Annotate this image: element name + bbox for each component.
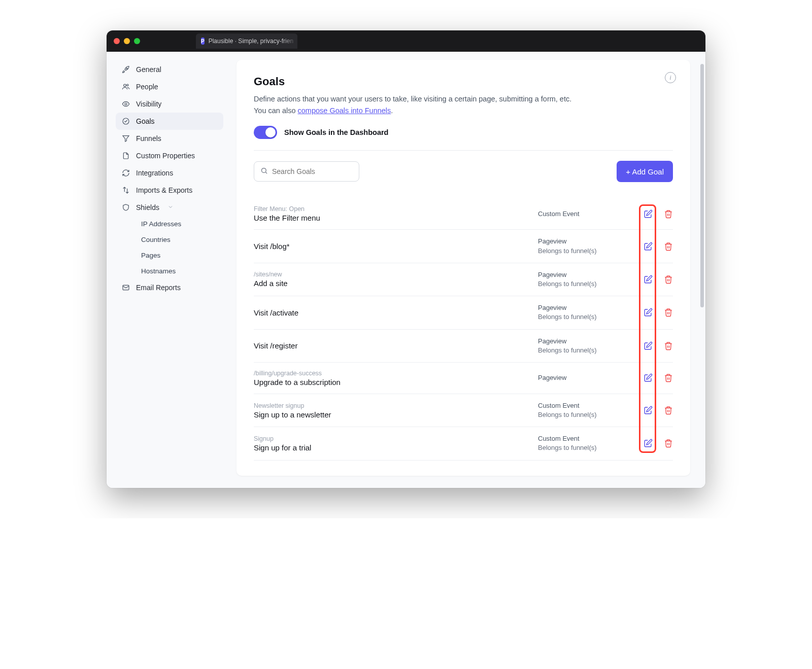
sidebar-item-label: Shields	[136, 203, 159, 212]
goal-belongs: Belongs to funnel(s)	[538, 279, 634, 289]
edit-goal-button[interactable]	[644, 242, 653, 251]
goal-title: Upgrade to a subscription	[254, 378, 538, 386]
goal-subtitle: /billing/upgrade-success	[254, 370, 538, 377]
sidebar-subitem-countries[interactable]: Countries	[136, 232, 223, 248]
goal-type: Custom Event	[538, 209, 634, 219]
users-icon	[122, 83, 130, 91]
goal-type: Pageview	[538, 270, 634, 279]
goal-subtitle: Signup	[254, 435, 538, 442]
tab-title: Plausible · Simple, privacy-frien	[209, 38, 293, 45]
shields-submenu: IP Addresses Countries Pages Hostnames	[116, 216, 223, 279]
goal-type: Pageview	[538, 373, 634, 382]
goal-belongs: Belongs to funnel(s)	[538, 312, 634, 322]
add-goal-button[interactable]: + Add Goal	[617, 161, 673, 182]
goal-row: /billing/upgrade-success Upgrade to a su…	[254, 363, 673, 394]
sidebar-item-people[interactable]: People	[116, 78, 223, 95]
goal-row: Visit /activate Pageview Belongs to funn…	[254, 296, 673, 329]
delete-goal-button[interactable]	[664, 406, 673, 415]
goals-card: i Goals Define actions that you want you…	[236, 60, 690, 476]
goal-type: Pageview	[538, 237, 634, 246]
scrollbar[interactable]	[700, 64, 704, 307]
sidebar-item-label: Imports & Exports	[136, 186, 192, 194]
divider	[254, 150, 673, 151]
svg-point-2	[127, 84, 128, 86]
goal-row: Filter Menu: Open Use the Filter menu Cu…	[254, 203, 673, 230]
mail-icon	[122, 284, 130, 292]
goal-title: Add a site	[254, 279, 538, 288]
goal-meta: Pageview Belongs to funnel(s)	[538, 337, 634, 355]
goal-meta: Custom Event Belongs to funnel(s)	[538, 434, 634, 452]
goal-type: Custom Event	[538, 434, 634, 443]
goal-type: Custom Event	[538, 401, 634, 410]
delete-goal-button[interactable]	[664, 341, 673, 350]
goal-title: Sign up for a trial	[254, 443, 538, 452]
refresh-icon	[122, 169, 130, 177]
goal-row: Visit /register Pageview Belongs to funn…	[254, 330, 673, 363]
close-window-button[interactable]	[114, 38, 120, 44]
sidebar-item-visibility[interactable]: Visibility	[116, 95, 223, 113]
toggle-label: Show Goals in the Dashboard	[284, 128, 388, 136]
sidebar-item-label: Funnels	[136, 134, 161, 143]
edit-goal-button[interactable]	[644, 308, 653, 317]
browser-tab[interactable]: P Plausible · Simple, privacy-frien	[196, 33, 297, 49]
delete-goal-button[interactable]	[664, 373, 673, 382]
sidebar-subitem-hostnames[interactable]: Hostnames	[136, 263, 223, 279]
goal-row: Newsletter signup Sign up to a newslette…	[254, 394, 673, 427]
sidebar-subitem-ip-addresses[interactable]: IP Addresses	[136, 216, 223, 232]
main-content: i Goals Define actions that you want you…	[228, 52, 705, 488]
sidebar-item-goals[interactable]: Goals	[116, 113, 223, 130]
sidebar-item-funnels[interactable]: Funnels	[116, 130, 223, 147]
goal-meta: Custom Event Belongs to funnel(s)	[538, 401, 634, 419]
sidebar-item-label: Email Reports	[136, 284, 181, 292]
show-goals-toggle[interactable]	[254, 126, 277, 139]
search-goals-field[interactable]	[254, 161, 359, 182]
search-input[interactable]	[272, 167, 361, 175]
sidebar-item-general[interactable]: General	[116, 61, 223, 78]
edit-goal-button[interactable]	[644, 439, 653, 448]
edit-goal-button[interactable]	[644, 341, 653, 350]
svg-point-1	[124, 84, 126, 87]
sidebar-item-label: Goals	[136, 117, 155, 125]
goal-belongs: Belongs to funnel(s)	[538, 443, 634, 452]
sidebar-subitem-pages[interactable]: Pages	[136, 248, 223, 263]
goal-meta: Pageview Belongs to funnel(s)	[538, 237, 634, 255]
goal-type: Pageview	[538, 303, 634, 312]
funnel-icon	[122, 134, 130, 143]
goal-row: /sites/new Add a site Pageview Belongs t…	[254, 263, 673, 296]
delete-goal-button[interactable]	[664, 439, 673, 448]
page-description: Define actions that you want your users …	[254, 93, 673, 117]
goal-title: Sign up to a newsletter	[254, 410, 538, 419]
titlebar: P Plausible · Simple, privacy-frien	[107, 30, 705, 52]
goal-belongs: Belongs to funnel(s)	[538, 346, 634, 355]
sidebar-item-integrations[interactable]: Integrations	[116, 164, 223, 182]
edit-goal-button[interactable]	[644, 275, 653, 284]
delete-goal-button[interactable]	[664, 275, 673, 284]
goal-title: Visit /register	[254, 341, 538, 350]
minimize-window-button[interactable]	[124, 38, 130, 44]
delete-goal-button[interactable]	[664, 242, 673, 251]
maximize-window-button[interactable]	[134, 38, 140, 44]
edit-goal-button[interactable]	[644, 373, 653, 382]
sidebar-item-imports-exports[interactable]: Imports & Exports	[116, 182, 223, 199]
rocket-icon	[122, 65, 130, 74]
eye-icon	[122, 100, 130, 108]
sidebar-item-email-reports[interactable]: Email Reports	[116, 279, 223, 296]
chevron-down-icon	[167, 203, 174, 212]
goal-title: Visit /blog*	[254, 242, 538, 251]
sidebar-item-shields[interactable]: Shields	[116, 199, 223, 216]
sidebar: General People Visibility Goals	[107, 52, 228, 488]
desc-line1: Define actions that you want your users …	[254, 95, 571, 103]
info-icon[interactable]: i	[665, 72, 676, 83]
edit-goal-button[interactable]	[644, 209, 653, 219]
sidebar-item-label: People	[136, 83, 158, 91]
delete-goal-button[interactable]	[664, 209, 673, 219]
desc-prefix: You can also	[254, 107, 298, 115]
compose-funnels-link[interactable]: compose Goals into Funnels	[298, 107, 391, 115]
sidebar-item-custom-properties[interactable]: Custom Properties	[116, 147, 223, 164]
delete-goal-button[interactable]	[664, 308, 673, 317]
shield-icon	[122, 203, 130, 212]
edit-goal-button[interactable]	[644, 406, 653, 415]
window-controls	[114, 38, 140, 44]
goal-meta: Pageview	[538, 373, 634, 382]
arrows-up-down-icon	[122, 186, 130, 194]
